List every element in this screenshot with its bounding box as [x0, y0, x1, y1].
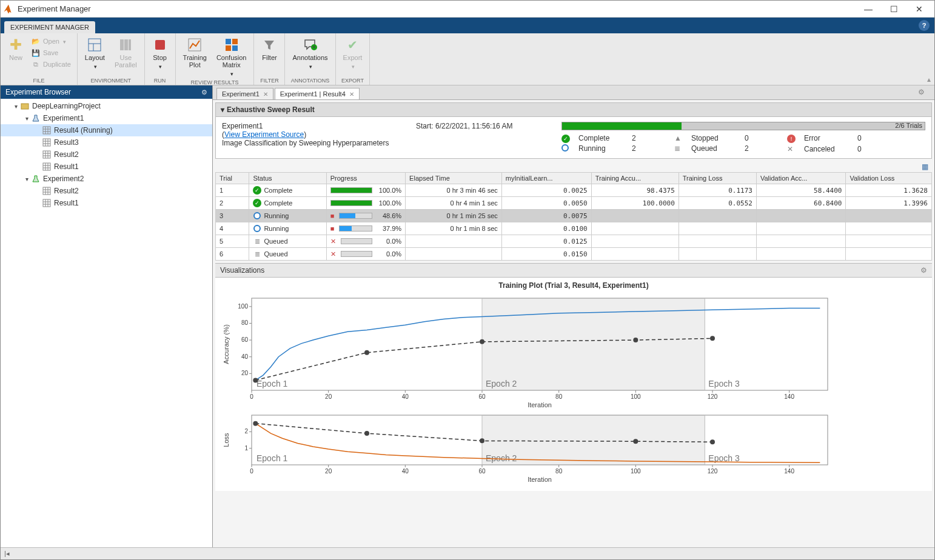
status-queued-icon: ≣ [674, 144, 686, 153]
tab-options-icon[interactable]: ⚙ [918, 88, 925, 96]
viz-options-icon[interactable]: ⚙ [920, 266, 927, 275]
column-header[interactable]: Training Accu... [591, 173, 679, 184]
maximize-button[interactable]: ☐ [881, 2, 907, 16]
flask-icon [31, 113, 41, 123]
experiment-browser-header: Experiment Browser ⚙ [1, 85, 212, 99]
svg-rect-40 [43, 199, 50, 207]
ribbon-tab-experiment-manager[interactable]: EXPERIMENT MANAGER [4, 21, 95, 33]
svg-text:60: 60 [478, 468, 486, 475]
open-button[interactable]: 📂Open [30, 36, 72, 47]
tree-toggle-icon[interactable]: ▾ [22, 115, 31, 122]
new-button[interactable]: ✚ New [5, 36, 26, 70]
ribbon-collapse-icon[interactable]: ▴ [370, 33, 934, 85]
stop-icon [152, 37, 168, 53]
annotation-icon: + [303, 37, 318, 53]
svg-point-114 [253, 421, 258, 426]
filter-button[interactable]: Filter [259, 36, 280, 62]
tree-item[interactable]: Result3 [1, 136, 212, 148]
document-tab[interactable]: Experiment1✕ [216, 88, 273, 99]
svg-text:40: 40 [402, 468, 409, 475]
svg-text:80: 80 [555, 468, 563, 475]
table-row[interactable]: 6≣Queued✕0.0%0.0150 [216, 248, 932, 261]
duplicate-button[interactable]: ⧉Duplicate [30, 59, 72, 70]
stop-trial-icon[interactable]: ■ [330, 212, 335, 219]
experiment-tree[interactable]: ▾DeepLearningProject▾Experiment1Result4 … [1, 99, 212, 547]
help-button[interactable]: ? [919, 20, 930, 31]
panel-options-icon[interactable]: ⚙ [201, 88, 207, 96]
tree-item[interactable]: ▾Experiment2 [1, 173, 212, 185]
training-plot-button[interactable]: Training Plot [181, 36, 209, 78]
table-row[interactable]: 2✓Complete100.0%0 hr 4 min 1 sec0.005010… [216, 197, 932, 210]
tree-item-label: Experiment1 [43, 114, 84, 122]
svg-text:1: 1 [244, 445, 248, 452]
table-row[interactable]: 3Running■48.6%0 hr 1 min 25 sec0.0075 [216, 210, 932, 222]
tree-item-label: DeepLearningProject [32, 102, 101, 110]
minimize-button[interactable]: — [856, 2, 881, 16]
stop-trial-icon[interactable]: ■ [330, 225, 335, 232]
table-row[interactable]: 4Running■37.9%0 hr 1 min 8 sec0.0100 [216, 222, 932, 235]
window-title: Experiment Manager [18, 4, 856, 13]
svg-point-83 [633, 338, 638, 342]
tab-close-icon[interactable]: ✕ [349, 91, 354, 98]
result-header: ▾Exhaustive Sweep Result Experiment1 (Vi… [215, 102, 932, 159]
tree-item-label: Result3 [54, 138, 79, 147]
svg-point-80 [253, 378, 258, 382]
svg-text:120: 120 [708, 468, 718, 475]
column-header[interactable]: Training Loss [679, 173, 756, 184]
annotations-button[interactable]: + Annotations [290, 36, 330, 71]
stop-button[interactable]: Stop [150, 36, 170, 71]
svg-text:100: 100 [238, 303, 248, 310]
column-header[interactable]: Progress [326, 173, 405, 184]
table-columns-icon[interactable]: ▦ [922, 162, 928, 171]
statusbar: |◂ [1, 547, 934, 559]
svg-text:120: 120 [708, 393, 718, 400]
svg-text:Iteration: Iteration [528, 476, 552, 483]
svg-text:0: 0 [250, 468, 253, 475]
tree-item[interactable]: Result2 [1, 185, 212, 197]
document-tab[interactable]: Experiment1 | Result4✕ [275, 88, 360, 99]
close-button[interactable]: ✕ [907, 2, 932, 16]
cancel-trial-icon[interactable]: ✕ [330, 250, 336, 258]
overall-progress: 2/6 Trials [561, 122, 925, 130]
svg-text:2: 2 [244, 428, 248, 435]
matrix-icon [224, 37, 240, 53]
statusbar-arrow-icon[interactable]: |◂ [4, 550, 10, 558]
svg-text:Epoch 2: Epoch 2 [486, 379, 517, 388]
export-button[interactable]: ✔ Export [341, 36, 365, 71]
project-icon [20, 101, 30, 111]
svg-text:+: + [312, 44, 316, 50]
save-button[interactable]: 💾Save [30, 47, 72, 58]
layout-button[interactable]: Layout [82, 36, 107, 71]
svg-rect-9 [232, 39, 238, 44]
experiment-browser-panel: Experiment Browser ⚙ ▾DeepLearningProjec… [1, 85, 213, 547]
tab-close-icon[interactable]: ✕ [263, 91, 268, 98]
table-row[interactable]: 5≣Queued✕0.0%0.0125 [216, 235, 932, 248]
cancel-trial-icon[interactable]: ✕ [330, 238, 336, 245]
filter-icon [261, 37, 277, 53]
table-row[interactable]: 1✓Complete100.0%0 hr 3 min 46 sec0.00259… [216, 184, 932, 197]
tree-item[interactable]: Result1 [1, 197, 212, 209]
tree-item[interactable]: ▾Experiment1 [1, 112, 212, 124]
svg-rect-45 [482, 298, 705, 390]
use-parallel-button[interactable]: Use Parallel [112, 36, 139, 71]
view-source-link[interactable]: View Experiment Source [224, 130, 304, 139]
column-header[interactable]: Validation Loss [846, 173, 932, 184]
tree-item[interactable]: Result2 [1, 148, 212, 161]
column-header[interactable]: myInitialLearn... [501, 173, 591, 184]
tree-toggle-icon[interactable]: ▾ [12, 103, 20, 110]
collapse-icon[interactable]: ▾ [221, 105, 224, 114]
column-header[interactable]: Trial [216, 173, 249, 184]
save-icon: 💾 [31, 48, 41, 58]
svg-text:Loss: Loss [223, 433, 230, 447]
tree-item[interactable]: Result4 (Running) [1, 124, 212, 136]
column-header[interactable]: Elapsed Time [406, 173, 502, 184]
grid-icon [42, 138, 52, 147]
tree-toggle-icon[interactable]: ▾ [22, 176, 31, 182]
column-header[interactable]: Status [249, 173, 326, 184]
tree-item[interactable]: ▾DeepLearningProject [1, 100, 212, 112]
tree-item[interactable]: Result1 [1, 161, 212, 173]
results-table[interactable]: TrialStatusProgressElapsed TimemyInitial… [215, 172, 932, 261]
tree-item-label: Result1 [54, 199, 79, 207]
confusion-matrix-button[interactable]: Confusion Matrix [214, 36, 249, 78]
column-header[interactable]: Validation Acc... [756, 173, 845, 184]
